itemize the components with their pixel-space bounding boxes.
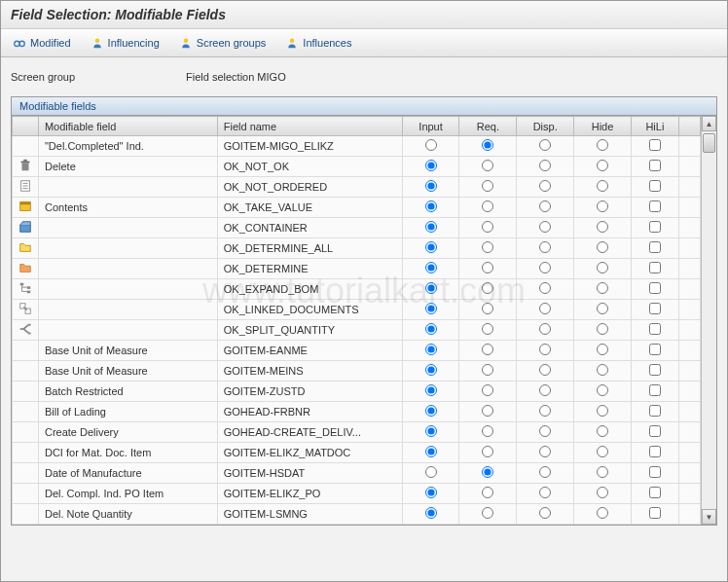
disp-radio[interactable] xyxy=(539,344,551,355)
disp-radio[interactable] xyxy=(539,241,551,253)
hili-checkbox[interactable] xyxy=(649,303,661,314)
header-hide[interactable]: Hide xyxy=(574,117,632,136)
hide-radio[interactable] xyxy=(597,139,608,151)
input-radio[interactable] xyxy=(425,405,437,417)
hili-checkbox[interactable] xyxy=(649,446,661,457)
req-radio[interactable] xyxy=(482,303,493,314)
hide-radio[interactable] xyxy=(597,344,608,355)
hili-checkbox[interactable] xyxy=(649,487,661,498)
disp-radio[interactable] xyxy=(539,384,551,396)
input-radio[interactable] xyxy=(425,507,437,519)
disp-radio[interactable] xyxy=(539,303,551,314)
input-radio[interactable] xyxy=(425,180,437,192)
scroll-up-button[interactable]: ▲ xyxy=(702,116,716,131)
hili-checkbox[interactable] xyxy=(649,160,661,171)
header-hili[interactable]: HiLi xyxy=(631,117,678,136)
input-radio[interactable] xyxy=(425,364,437,376)
req-radio[interactable] xyxy=(482,446,493,457)
influencing-button[interactable]: Influencing xyxy=(85,33,165,53)
hili-checkbox[interactable] xyxy=(649,323,661,335)
input-radio[interactable] xyxy=(425,446,437,457)
scroll-thumb[interactable] xyxy=(703,133,715,153)
req-radio[interactable] xyxy=(482,160,493,171)
hili-checkbox[interactable] xyxy=(649,221,661,233)
req-radio[interactable] xyxy=(482,221,493,233)
hide-radio[interactable] xyxy=(597,262,608,273)
screen-groups-button[interactable]: Screen groups xyxy=(173,33,273,53)
req-radio[interactable] xyxy=(482,405,493,417)
disp-radio[interactable] xyxy=(539,425,551,437)
input-radio[interactable] xyxy=(425,466,437,478)
req-radio[interactable] xyxy=(482,180,493,192)
hide-radio[interactable] xyxy=(597,466,608,478)
input-radio[interactable] xyxy=(425,241,437,253)
hide-radio[interactable] xyxy=(597,180,608,192)
hili-checkbox[interactable] xyxy=(649,466,661,478)
hide-radio[interactable] xyxy=(597,384,608,396)
req-radio[interactable] xyxy=(482,466,493,478)
req-radio[interactable] xyxy=(482,200,493,212)
req-radio[interactable] xyxy=(482,364,493,376)
req-radio[interactable] xyxy=(482,139,493,151)
disp-radio[interactable] xyxy=(539,446,551,457)
hili-checkbox[interactable] xyxy=(649,344,661,355)
hili-checkbox[interactable] xyxy=(649,405,661,417)
hide-radio[interactable] xyxy=(597,364,608,376)
header-extra[interactable] xyxy=(678,117,700,136)
hide-radio[interactable] xyxy=(597,487,608,498)
header-disp[interactable]: Disp. xyxy=(517,117,574,136)
disp-radio[interactable] xyxy=(539,405,551,417)
header-field[interactable]: Modifiable field xyxy=(38,117,217,136)
scroll-track[interactable] xyxy=(702,131,716,509)
input-radio[interactable] xyxy=(425,262,437,273)
input-radio[interactable] xyxy=(425,160,437,171)
disp-radio[interactable] xyxy=(539,282,551,294)
req-radio[interactable] xyxy=(482,425,493,437)
disp-radio[interactable] xyxy=(539,466,551,478)
hili-checkbox[interactable] xyxy=(649,200,661,212)
req-radio[interactable] xyxy=(482,384,493,396)
input-radio[interactable] xyxy=(425,303,437,314)
disp-radio[interactable] xyxy=(539,487,551,498)
header-name[interactable]: Field name xyxy=(217,117,402,136)
hili-checkbox[interactable] xyxy=(649,262,661,273)
input-radio[interactable] xyxy=(425,425,437,437)
hide-radio[interactable] xyxy=(597,221,608,233)
hili-checkbox[interactable] xyxy=(649,364,661,376)
hide-radio[interactable] xyxy=(597,323,608,335)
req-radio[interactable] xyxy=(482,507,493,519)
input-radio[interactable] xyxy=(425,344,437,355)
vertical-scrollbar[interactable]: ▲ ▼ xyxy=(701,116,716,525)
hide-radio[interactable] xyxy=(597,241,608,253)
hili-checkbox[interactable] xyxy=(649,282,661,294)
hide-radio[interactable] xyxy=(597,446,608,457)
input-radio[interactable] xyxy=(425,323,437,335)
disp-radio[interactable] xyxy=(539,139,551,151)
req-radio[interactable] xyxy=(482,241,493,253)
req-radio[interactable] xyxy=(482,262,493,273)
input-radio[interactable] xyxy=(425,139,437,151)
hide-radio[interactable] xyxy=(597,200,608,212)
hide-radio[interactable] xyxy=(597,282,608,294)
hide-radio[interactable] xyxy=(597,160,608,171)
req-radio[interactable] xyxy=(482,282,493,294)
disp-radio[interactable] xyxy=(539,180,551,192)
input-radio[interactable] xyxy=(425,487,437,498)
hide-radio[interactable] xyxy=(597,405,608,417)
hili-checkbox[interactable] xyxy=(649,384,661,396)
input-radio[interactable] xyxy=(425,200,437,212)
hili-checkbox[interactable] xyxy=(649,180,661,192)
disp-radio[interactable] xyxy=(539,262,551,273)
disp-radio[interactable] xyxy=(539,200,551,212)
hide-radio[interactable] xyxy=(597,425,608,437)
hili-checkbox[interactable] xyxy=(649,425,661,437)
disp-radio[interactable] xyxy=(539,221,551,233)
input-radio[interactable] xyxy=(425,384,437,396)
hili-checkbox[interactable] xyxy=(649,241,661,253)
header-req[interactable]: Req. xyxy=(459,117,517,136)
input-radio[interactable] xyxy=(425,221,437,233)
disp-radio[interactable] xyxy=(539,364,551,376)
input-radio[interactable] xyxy=(425,282,437,294)
header-input[interactable]: Input xyxy=(402,117,459,136)
disp-radio[interactable] xyxy=(539,323,551,335)
